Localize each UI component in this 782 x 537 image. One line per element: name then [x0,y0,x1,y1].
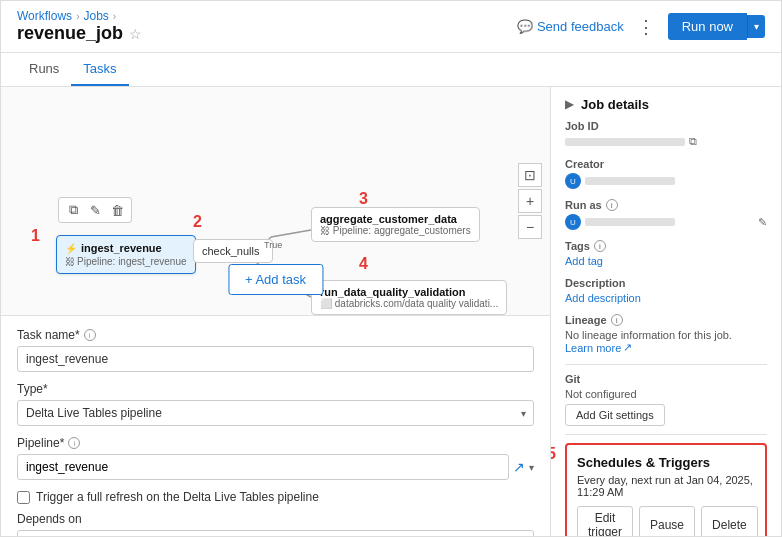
job-id-bar [565,138,685,146]
schedules-buttons: Edit trigger Pause Delete [577,506,755,536]
schedules-title: Schedules & Triggers [577,455,755,470]
pipeline-dropdown-icon[interactable]: ▾ [529,462,534,473]
lineage-label: Lineage i [565,314,767,326]
node-sublabel: ⛓ Pipeline: aggregate_customers [320,225,471,236]
node-sublabel: ⬜ databricks.com/data quality validati..… [320,298,498,309]
run-as-label: Run as i [565,199,767,211]
task-name-input[interactable] [17,346,534,372]
breadcrumb-jobs[interactable]: Jobs [83,9,108,23]
zoom-in-button[interactable]: + [518,189,542,213]
tags-value: Add tag [565,255,767,267]
canvas-controls: ⊡ + − [518,163,542,239]
tabs-bar: Runs Tasks [1,53,781,87]
edit-task-icon[interactable]: ✎ [86,201,104,219]
delete-task-icon[interactable]: 🗑 [108,201,126,219]
type-label: Type* [17,382,534,396]
creator-avatar: U [565,173,581,189]
task-node-aggregate[interactable]: aggregate_customer_data ⛓ Pipeline: aggr… [311,207,480,242]
node-number-3: 3 [359,190,368,208]
job-id-value: ⧉ [565,135,767,148]
tags-label: Tags i [565,240,767,252]
add-description-button[interactable]: Add description [565,292,641,304]
git-not-configured-text: Not configured [565,388,767,400]
tab-runs[interactable]: Runs [17,53,71,86]
creator-name-bar [585,177,675,185]
send-feedback-button[interactable]: 💬 Send feedback [517,19,624,34]
checkbox-label: Trigger a full refresh on the Delta Live… [36,490,319,504]
tags-info-icon[interactable]: i [594,240,606,252]
svg-line-2 [271,230,311,237]
description-label: Description [565,277,767,289]
add-git-settings-button[interactable]: Add Git settings [565,404,665,426]
copy-job-id-icon[interactable]: ⧉ [689,135,697,148]
delete-schedule-button[interactable]: Delete [701,506,758,536]
run-as-name-bar [585,218,675,226]
learn-more-link[interactable]: Learn more ↗ [565,341,767,354]
job-details-title: ▶ Job details [565,97,767,112]
breadcrumb-workflows[interactable]: Workflows [17,9,72,23]
lineage-text: No lineage information for this job. [565,329,767,341]
run-as-avatar: U [565,214,581,230]
tags-item: Tags i Add tag [565,240,767,267]
task-node-ingest-revenue[interactable]: ⚡ ingest_revenue ⛓ Pipeline: ingest_reve… [56,235,196,274]
lineage-info-icon[interactable]: i [611,314,623,326]
page-title: revenue_job [17,23,123,44]
sublabel-icon: ⛓ [320,225,330,236]
favorite-icon[interactable]: ☆ [129,26,142,42]
task-node-check-nulls[interactable]: check_nulls [193,239,273,263]
node-name: run_data_quality_validation [320,286,498,298]
creator-value: U [565,173,767,189]
edit-trigger-button[interactable]: Edit trigger [577,506,633,536]
pipeline-row: ↗ ▾ [17,454,534,480]
task-form: Task name* i Type* Delta Live Tables pip… [1,316,550,536]
pipeline-label: Pipeline* i [17,436,534,450]
node-name: ingest_revenue [81,242,162,254]
description-value: Add description [565,292,767,304]
node-sublabel: ⛓ Pipeline: ingest_revenue [65,256,187,267]
sublabel-icon: ⛓ [65,256,75,267]
depends-on-select[interactable]: Select task dependencies... [17,530,534,536]
divider-1 [565,364,767,365]
task-name-info-icon[interactable]: i [84,329,96,341]
tab-tasks[interactable]: Tasks [71,53,128,86]
node-number-4: 4 [359,255,368,273]
divider-2 [565,434,767,435]
section-toggle-icon[interactable]: ▶ [565,98,573,111]
pipeline-link-icon[interactable]: ↗ [513,459,525,475]
full-refresh-checkbox[interactable] [17,491,30,504]
git-label: Git [565,373,767,385]
breadcrumb-sep-2: › [113,11,116,22]
true-label: True [264,240,282,250]
task-node-run-data-quality[interactable]: run_data_quality_validation ⬜ databricks… [311,280,507,315]
run-now-dropdown-button[interactable]: ▾ [747,15,765,38]
pipeline-icon: ⚡ [65,243,77,254]
schedules-section: Schedules & Triggers Every day, next run… [565,443,767,536]
git-section: Git Not configured Add Git settings [565,373,767,426]
description-item: Description Add description [565,277,767,304]
more-options-button[interactable]: ⋮ [632,13,660,41]
creator-label: Creator [565,158,767,170]
run-as-item: Run as i U ✎ [565,199,767,230]
add-tag-button[interactable]: Add tag [565,255,603,267]
type-select-wrap: Delta Live Tables pipeline ▾ [17,400,534,426]
run-now-group: Run now ▾ [668,13,765,40]
external-link-icon: ↗ [623,341,632,354]
node-name: check_nulls [202,245,264,257]
add-task-button[interactable]: + Add task [228,264,323,295]
pipeline-info-icon[interactable]: i [68,437,80,449]
zoom-fit-button[interactable]: ⊡ [518,163,542,187]
node-number-5: 5 [551,445,556,463]
zoom-out-button[interactable]: − [518,215,542,239]
depends-on-label: Depends on [17,512,534,526]
node-name: aggregate_customer_data [320,213,471,225]
schedules-text: Every day, next run at Jan 04, 2025, 11:… [577,474,755,498]
run-as-edit-icon[interactable]: ✎ [758,216,767,229]
run-now-button[interactable]: Run now [668,13,747,40]
right-panel: ▶ Job details Job ID ⧉ Creator U R [551,87,781,536]
pause-button[interactable]: Pause [639,506,695,536]
type-select[interactable]: Delta Live Tables pipeline [17,400,534,426]
pipeline-input[interactable] [17,454,509,480]
run-as-info-icon[interactable]: i [606,199,618,211]
node-toolbar: ⧉ ✎ 🗑 [58,197,132,223]
copy-task-icon[interactable]: ⧉ [64,201,82,219]
